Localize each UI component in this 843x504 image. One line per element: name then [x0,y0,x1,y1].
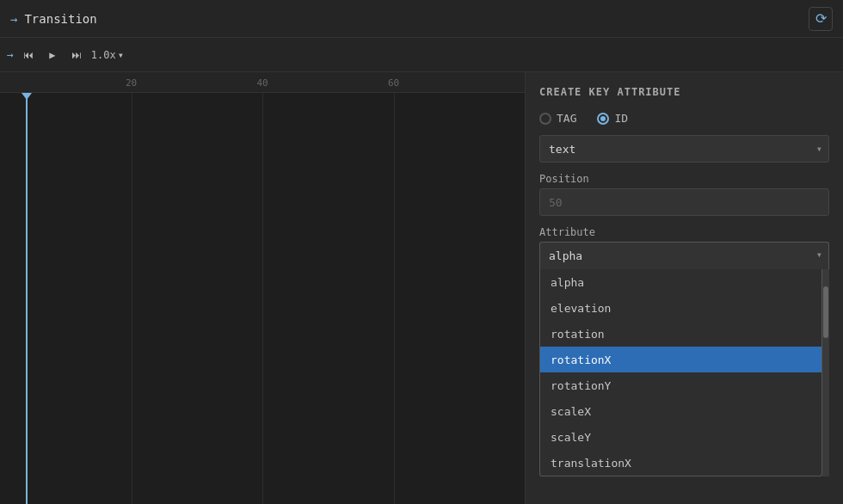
radio-group: TAG ID [539,112,829,125]
list-item-scaleX[interactable]: scaleX [540,398,821,424]
text-dropdown[interactable]: text [539,135,829,163]
list-item-rotationY[interactable]: rotationY [540,372,821,398]
position-input[interactable] [539,188,829,216]
top-bar-title: Transition [24,12,96,26]
top-bar: → Transition ⟳ [0,0,843,38]
play-button[interactable]: ▶ [43,46,62,65]
attribute-dropdown-list: alpha elevation rotation rotationX rotat… [539,269,822,476]
speed-arrow-icon: ▾ [118,49,124,61]
list-item-translationX[interactable]: translationX [540,450,821,476]
tag-radio-label: TAG [557,112,576,125]
list-item-scaleY[interactable]: scaleY [540,424,821,450]
attribute-selected-value: alpha [549,249,582,262]
list-item-elevation[interactable]: elevation [540,295,821,321]
list-item-rotationX[interactable]: rotationX [540,347,821,372]
speed-selector[interactable]: 1.0x ▾ [91,49,124,61]
ruler-mark-40: 40 [256,77,268,89]
panel-title: CREATE KEY ATTRIBUTE [539,86,829,98]
playhead[interactable] [26,93,28,504]
right-panel: CREATE KEY ATTRIBUTE TAG ID text ▾ Posit… [525,72,843,504]
list-item-alpha[interactable]: alpha [540,269,821,295]
id-radio-label: ID [614,112,628,125]
ruler-mark-20: 20 [126,77,137,89]
grid-line-2 [262,93,263,504]
attribute-label: Attribute [539,226,829,238]
main-layout: 20 40 60 CREATE KEY ATTRIBUTE TAG ID [0,72,843,504]
position-field-group: Position [539,173,829,216]
transition-arrow-icon: → [10,12,17,26]
ruler-mark-60: 60 [388,77,399,89]
attribute-field-group: Attribute alpha ▾ alpha elevation rotati… [539,226,829,476]
tag-radio-circle [539,113,551,125]
attribute-dropdown-scrollbar[interactable] [822,269,829,476]
grid-line-3 [394,93,395,504]
timeline-tracks [0,93,525,504]
text-dropdown-container: text ▾ [539,135,829,163]
refresh-button[interactable]: ⟳ [809,7,833,31]
attribute-dropdown-container: alpha ▾ alpha elevation rotation rotatio… [539,242,829,476]
tag-radio[interactable]: TAG [539,112,576,125]
attribute-dropdown-arrow-icon: ▾ [816,249,822,261]
id-radio[interactable]: ID [597,112,628,125]
timeline-ruler: 20 40 60 [0,72,525,93]
id-radio-circle [597,113,609,125]
timeline-controls: → ⏮ ▶ ⏭ 1.0x ▾ [0,38,843,72]
attribute-dropdown-list-container: alpha elevation rotation rotationX rotat… [539,269,829,476]
skip-back-button[interactable]: ⏮ [19,46,38,65]
position-label: Position [539,173,829,185]
list-item-rotation[interactable]: rotation [540,321,821,347]
attribute-dropdown-display[interactable]: alpha [539,242,829,269]
scrollbar-thumb [823,286,828,338]
timeline-area: 20 40 60 [0,72,525,504]
tc-arrow-icon: → [7,48,14,61]
grid-line-1 [132,93,132,504]
skip-forward-button[interactable]: ⏭ [67,46,86,65]
speed-value: 1.0x [91,49,116,61]
